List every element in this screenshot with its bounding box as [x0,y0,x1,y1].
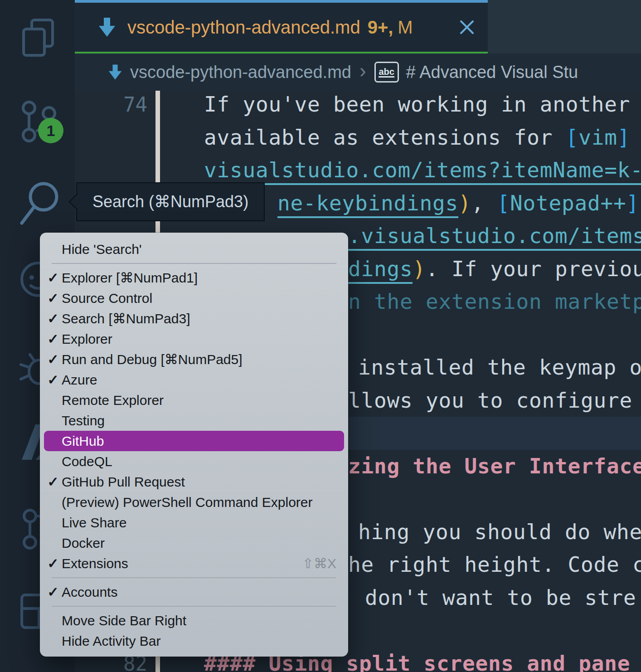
menu-item-label: Explorer [⌘NumPad1] [62,270,198,285]
menu-item-label: Move Side Bar Right [62,613,186,628]
tab-modified-badge: M [398,17,413,38]
menu-item[interactable]: Hide Activity Bar [40,631,348,651]
menu-item-label: Explorer [62,331,112,346]
menu-item-label: (Preview) PowerShell Command Explorer [62,495,313,510]
code-line[interactable]: available as extensions for [vim] [204,121,630,154]
code-segment: vim [578,125,617,150]
menu-item-label: Extensions [62,556,128,571]
code-segment: available as extensions for [204,125,566,150]
close-icon[interactable] [459,19,475,35]
code-segment: ) [458,191,471,215]
check-icon: ✓ [46,370,60,390]
code-segment: . If your previou [426,257,641,281]
code-line[interactable]: n the extension marketp [348,285,641,318]
menu-item-label: Source Control [62,291,152,306]
tab-problems-badge: 9+, [368,17,393,38]
menu-item[interactable]: CodeQL [40,451,348,472]
code-segment: he right height. Code c [348,552,641,577]
menu-item-label: Hide Activity Bar [62,633,160,648]
context-menu: Hide 'Search'✓Explorer [⌘NumPad1]✓Source… [40,233,348,657]
menu-item[interactable]: ✓Search [⌘NumPad3] [40,308,348,329]
menu-item-label: Hide 'Search' [62,242,142,257]
code-line[interactable]: ne-keybindings), [Notepad++] [277,187,639,220]
menu-item[interactable]: ✓Explorer [⌘NumPad1] [40,268,348,288]
file-download-icon [108,63,122,81]
menu-item[interactable]: ✓Extensions⇧⌘X [40,553,348,574]
code-segment: ne-keybindings [277,191,458,218]
code-segment: , [471,191,497,215]
code-segment: installed the keymap o [358,355,641,380]
source-control-badge: 1 [38,118,63,143]
explorer-icon[interactable] [20,18,56,59]
menu-item-label: GitHub [62,433,104,448]
search-icon[interactable] [20,180,61,227]
menu-item-label: Docker [62,536,105,550]
check-icon: ✓ [46,329,60,349]
menu-item[interactable]: GitHub [44,431,344,451]
code-segment: visualstudio.com/items?itemName=k- [204,158,641,185]
code-line[interactable]: If you've been working in another [204,91,630,121]
code-segment: If you've been working in another [204,92,630,117]
menu-item[interactable]: Docker [40,533,348,553]
tab-active[interactable]: vscode-python-advanced.md 9+, M [75,0,488,54]
breadcrumb-file[interactable]: vscode-python-advanced.md [130,63,351,82]
menu-item-label: Run and Debug [⌘NumPad5] [62,352,243,367]
menu-item[interactable]: Move Side Bar Right [40,610,348,631]
menu-item[interactable]: ✓GitHub Pull Request [40,472,348,492]
check-icon: ✓ [46,553,60,574]
code-segment: dings [348,257,413,284]
code-segment: ] [626,191,639,215]
tab-strip: vscode-python-advanced.md 9+, M [75,0,641,54]
code-line[interactable]: he right height. Code c [348,548,641,581]
menu-separator [52,577,336,578]
menu-item[interactable]: (Preview) PowerShell Command Explorer [40,492,348,512]
line-number: 74 [75,91,147,121]
menu-item[interactable]: ✓Accounts [40,582,348,602]
check-icon: ✓ [46,268,60,288]
code-line[interactable]: dings). If your previou [348,253,641,286]
menu-item-label: Azure [62,372,97,387]
code-line[interactable]: visualstudio.com/items?itemName=k- [204,154,641,187]
file-download-icon [98,17,116,38]
check-icon: ✓ [46,582,60,602]
menu-item[interactable]: Testing [40,410,348,431]
symbol-abc-icon: abc [374,62,399,83]
menu-item-label: GitHub Pull Request [62,474,185,489]
menu-item[interactable]: ✓Run and Debug [⌘NumPad5] [40,349,348,370]
menu-separator [52,263,336,264]
breadcrumb-symbol[interactable]: # Advanced Visual Stu [406,63,578,82]
search-tooltip: Search (⌘NumPad3) [76,182,265,221]
code-segment: don't want to be stre [365,585,636,610]
code-segment: ) [413,257,426,281]
code-line[interactable]: hing you should do wher [358,516,641,549]
code-segment: .visualstudio.com/items [348,224,641,251]
menu-item-label: Live Share [62,515,126,530]
code-line[interactable]: don't want to be stre [365,581,636,614]
menu-item[interactable]: Remote Explorer [40,390,348,410]
menu-separator [52,606,336,607]
check-icon: ✓ [46,472,60,492]
menu-item[interactable]: ✓Azure [40,370,348,390]
code-line[interactable]: zing the User Interface [348,450,641,483]
menu-item[interactable]: Live Share [40,512,348,533]
code-line[interactable]: llows you to configure [348,384,632,417]
code-segment: n the extension marketp [348,289,641,314]
vscode-window: 1 [0,0,641,672]
code-segment: [ [566,125,579,150]
menu-item[interactable]: ✓Source Control [40,288,348,308]
code-line[interactable]: installed the keymap o [358,351,641,384]
menu-item[interactable]: Hide 'Search' [40,239,348,259]
check-icon: ✓ [46,349,60,370]
code-segment: zing the User Interface [348,454,641,478]
tab-title: vscode-python-advanced.md [127,17,360,38]
tooltip-text: Search (⌘NumPad3) [92,192,248,211]
code-segment: Notepad++ [510,191,626,215]
menu-item-label: Accounts [62,584,117,599]
code-line[interactable]: .visualstudio.com/items [348,219,641,253]
code-segment: ] [617,125,631,150]
check-icon: ✓ [46,288,60,308]
menu-item[interactable]: ✓Explorer [40,329,348,349]
code-segment: [ [497,191,510,215]
menu-item-label: Search [⌘NumPad3] [62,311,190,326]
code-segment: llows you to configure [348,388,632,413]
